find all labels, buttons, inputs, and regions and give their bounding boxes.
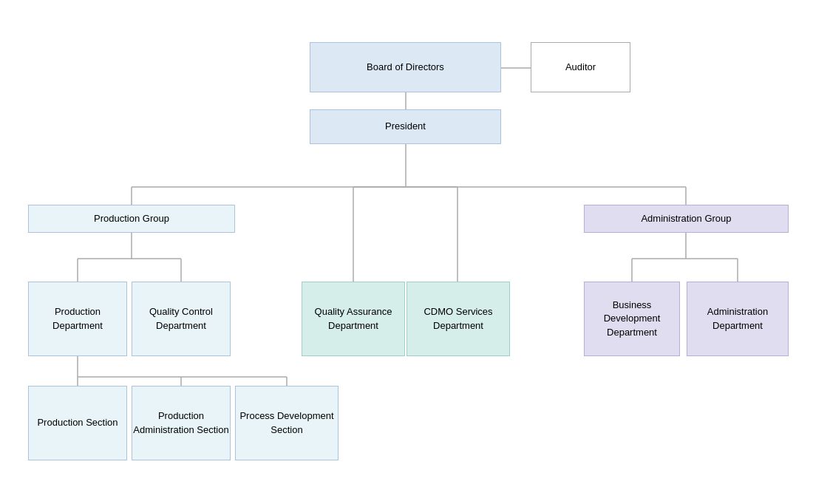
org-chart: Board of Directors Auditor President Pro…	[0, 0, 813, 504]
admin-group-label: Administration Group	[641, 212, 731, 225]
business-dev-dept-node: Business Development Department	[584, 282, 680, 356]
president-label: President	[385, 120, 426, 133]
process-dev-section-node: Process Development Section	[235, 386, 339, 460]
production-group-label: Production Group	[94, 212, 169, 225]
president-node: President	[310, 109, 501, 144]
business-dev-dept-label: Business Development Department	[585, 299, 679, 339]
quality-control-dept-label: Quality Control Department	[132, 305, 230, 332]
cdmo-dept-label: CDMO Services Department	[407, 305, 509, 332]
quality-assurance-dept-label: Quality Assurance Department	[302, 305, 404, 332]
production-dept-node: Production Department	[28, 282, 127, 356]
auditor-label: Auditor	[565, 61, 596, 74]
admin-dept-node: Administration Department	[687, 282, 789, 356]
cdmo-dept-node: CDMO Services Department	[406, 282, 510, 356]
production-section-node: Production Section	[28, 386, 127, 460]
quality-assurance-dept-node: Quality Assurance Department	[302, 282, 405, 356]
production-group-node: Production Group	[28, 205, 235, 233]
quality-control-dept-node: Quality Control Department	[132, 282, 231, 356]
auditor-node: Auditor	[531, 42, 630, 92]
process-dev-section-label: Process Development Section	[236, 409, 338, 436]
production-dept-label: Production Department	[29, 305, 126, 332]
board-node: Board of Directors	[310, 42, 501, 92]
production-section-label: Production Section	[37, 416, 118, 429]
board-label: Board of Directors	[367, 61, 444, 74]
prod-admin-section-label: Production Administration Section	[132, 409, 230, 436]
admin-group-node: Administration Group	[584, 205, 789, 233]
prod-admin-section-node: Production Administration Section	[132, 386, 231, 460]
admin-dept-label: Administration Department	[687, 305, 788, 332]
